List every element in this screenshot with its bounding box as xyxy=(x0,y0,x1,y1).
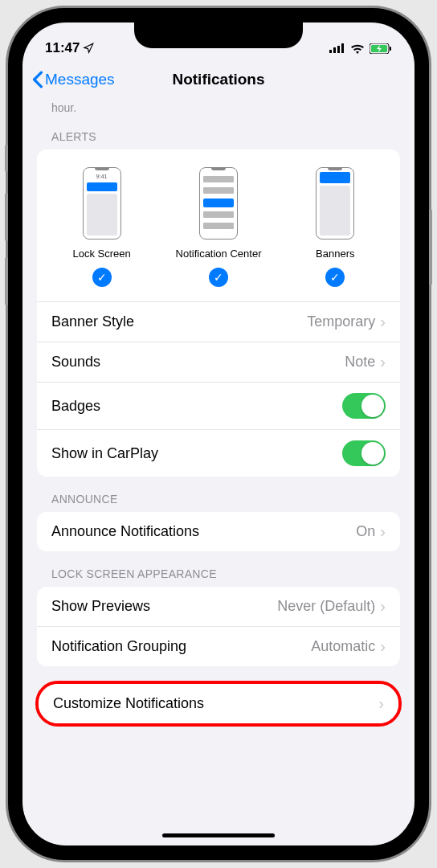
banners-mock-icon xyxy=(316,167,354,240)
row-label: Show Previews xyxy=(51,598,150,615)
location-arrow-icon xyxy=(83,43,94,54)
volume-up xyxy=(5,193,8,241)
lockscreen-mock-icon: 9:41 xyxy=(83,167,121,240)
row-value: Temporary xyxy=(307,313,375,330)
svg-rect-0 xyxy=(329,50,332,53)
customize-group: Customize Notifications › xyxy=(39,684,398,723)
svg-rect-6 xyxy=(390,47,391,51)
page-title: Notifications xyxy=(172,71,264,88)
svg-rect-3 xyxy=(341,43,344,53)
highlight-annotation: Customize Notifications › xyxy=(35,681,402,727)
checkmark-icon: ✓ xyxy=(209,268,228,287)
row-value: On xyxy=(356,523,375,540)
truncated-text: hour. xyxy=(37,100,400,114)
power-button xyxy=(429,209,432,285)
row-value: Note xyxy=(345,354,375,371)
row-value: Automatic xyxy=(311,638,375,655)
row-label: Show in CarPlay xyxy=(51,445,158,462)
notch xyxy=(134,23,303,48)
row-badges: Badges xyxy=(37,383,400,430)
row-label: Banner Style xyxy=(51,313,134,330)
battery-icon xyxy=(370,43,392,54)
alert-types-row: 9:41 Lock Screen ✓ xyxy=(37,149,400,302)
alert-type-lockscreen[interactable]: 9:41 Lock Screen ✓ xyxy=(43,167,160,287)
row-label: Notification Grouping xyxy=(51,638,186,655)
row-label: Sounds xyxy=(51,354,100,371)
status-time: 11:47 xyxy=(45,40,80,56)
row-show-previews[interactable]: Show Previews Never (Default) › xyxy=(37,587,400,627)
alert-label: Lock Screen xyxy=(73,248,131,260)
alert-type-notificationcenter[interactable]: Notification Center ✓ xyxy=(160,167,276,287)
row-label: Announce Notifications xyxy=(51,523,199,540)
row-banner-style[interactable]: Banner Style Temporary › xyxy=(37,302,400,342)
back-button[interactable]: Messages xyxy=(32,71,115,88)
carplay-toggle[interactable] xyxy=(342,440,386,466)
row-sounds[interactable]: Sounds Note › xyxy=(37,342,400,383)
cellular-icon xyxy=(329,43,345,53)
checkmark-icon: ✓ xyxy=(92,268,112,287)
chevron-right-icon: › xyxy=(378,694,384,713)
phone-screen: 11:47 Messages Notifications hour. ALERT… xyxy=(22,23,415,845)
chevron-right-icon: › xyxy=(380,313,386,331)
content-scroll[interactable]: hour. ALERTS 9:41 Lock Screen ✓ xyxy=(22,100,415,842)
checkmark-icon: ✓ xyxy=(325,268,345,287)
row-carplay: Show in CarPlay xyxy=(37,430,400,477)
section-header-alerts: ALERTS xyxy=(37,114,400,149)
svg-rect-2 xyxy=(337,46,340,53)
lockscreen-group: Show Previews Never (Default) › Notifica… xyxy=(37,587,400,666)
chevron-right-icon: › xyxy=(380,353,386,371)
notificationcenter-mock-icon xyxy=(199,167,238,240)
row-notification-grouping[interactable]: Notification Grouping Automatic › xyxy=(37,627,400,666)
row-announce[interactable]: Announce Notifications On › xyxy=(37,512,400,551)
announce-group: Announce Notifications On › xyxy=(37,512,400,551)
alert-label: Banners xyxy=(316,248,354,260)
alerts-group: 9:41 Lock Screen ✓ xyxy=(37,149,400,477)
chevron-right-icon: › xyxy=(380,597,386,616)
section-header-announce: ANNOUNCE xyxy=(37,477,400,512)
nav-bar: Messages Notifications xyxy=(22,63,415,100)
svg-rect-1 xyxy=(333,47,336,53)
phone-frame: 11:47 Messages Notifications hour. ALERT… xyxy=(8,8,429,860)
chevron-left-icon xyxy=(32,71,43,88)
chevron-right-icon: › xyxy=(380,637,386,656)
row-value: Never (Default) xyxy=(277,598,375,615)
row-label: Badges xyxy=(51,398,100,415)
alert-type-banners[interactable]: Banners ✓ xyxy=(277,167,394,287)
mute-switch xyxy=(5,145,8,172)
badges-toggle[interactable] xyxy=(342,393,386,419)
row-label: Customize Notifications xyxy=(53,695,204,712)
chevron-right-icon: › xyxy=(380,522,386,541)
row-customize-notifications[interactable]: Customize Notifications › xyxy=(39,684,398,723)
wifi-icon xyxy=(350,43,365,54)
volume-down xyxy=(5,257,8,305)
back-label: Messages xyxy=(45,71,115,88)
section-header-lockscreen: LOCK SCREEN APPEARANCE xyxy=(37,551,400,587)
alert-label: Notification Center xyxy=(176,248,262,260)
home-indicator[interactable] xyxy=(162,833,275,837)
